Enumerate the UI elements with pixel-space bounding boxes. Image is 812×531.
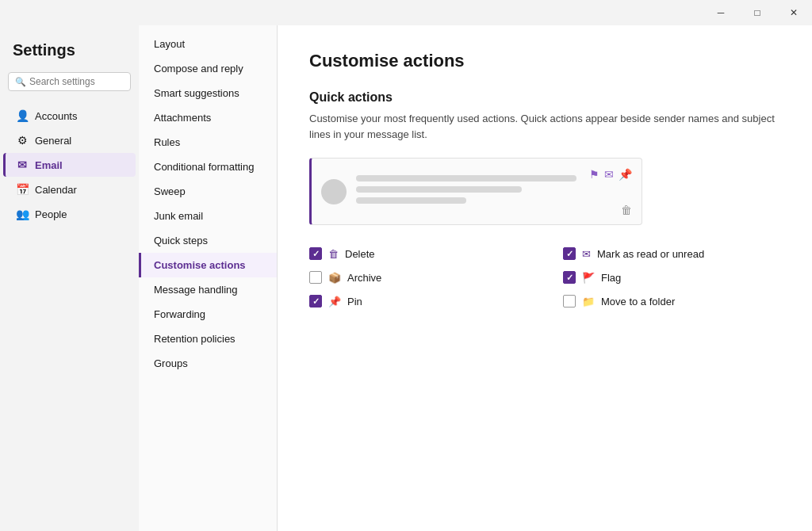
- action-label-pin: Pin: [347, 296, 362, 308]
- preview-mail-icon: ✉: [604, 168, 614, 181]
- sidebar-item-label-people: People: [35, 208, 67, 220]
- minimize-button[interactable]: ─: [703, 0, 739, 25]
- app-container: Settings 🔍 👤 Accounts ⚙ General ✉ Email …: [0, 25, 812, 531]
- sidebar-item-label-general: General: [35, 135, 71, 147]
- sidebar-item-label-calendar: Calendar: [35, 184, 77, 196]
- sidebar-item-general[interactable]: ⚙ General: [3, 128, 136, 152]
- general-icon: ⚙: [16, 134, 29, 147]
- calendar-icon: 📅: [16, 183, 29, 196]
- archive-icon: 📦: [328, 272, 341, 284]
- titlebar: ─ □ ✕: [0, 0, 812, 25]
- sidebar-nav: 👤 Accounts ⚙ General ✉ Email 📅 Calendar …: [0, 104, 139, 226]
- sidebar-item-people[interactable]: 👥 People: [3, 202, 136, 226]
- action-item-flag: 🚩 Flag: [563, 271, 769, 284]
- checkbox-delete[interactable]: [309, 247, 322, 260]
- mid-nav-item-conditional-formatting[interactable]: Conditional formatting: [139, 155, 277, 179]
- action-label-move-to-folder: Move to a folder: [601, 296, 675, 308]
- pin-icon: 📌: [328, 296, 341, 308]
- action-label-archive: Archive: [347, 272, 381, 284]
- section-desc: Customise your most frequently used acti…: [309, 111, 780, 142]
- checkbox-mark-read-unread[interactable]: [563, 247, 576, 260]
- action-item-mark-read-unread: ✉ Mark as read or unread: [563, 247, 769, 260]
- action-item-archive: 📦 Archive: [309, 271, 515, 284]
- checkbox-flag[interactable]: [563, 271, 576, 284]
- mid-nav: LayoutCompose and replySmart suggestions…: [139, 25, 278, 531]
- action-label-mark-read-unread: Mark as read or unread: [597, 248, 704, 260]
- sidebar-item-email[interactable]: ✉ Email: [3, 153, 136, 177]
- actions-grid: 🗑 Delete ✉ Mark as read or unread 📦 Arch…: [309, 247, 769, 308]
- search-icon: 🔍: [15, 77, 26, 87]
- mid-nav-item-junk-email[interactable]: Junk email: [139, 204, 277, 228]
- action-item-delete: 🗑 Delete: [309, 247, 515, 260]
- preview-mockup: ⚑ ✉ 📌 🗑: [309, 158, 642, 225]
- mid-nav-item-layout[interactable]: Layout: [139, 32, 277, 56]
- move-to-folder-icon: 📁: [582, 296, 595, 308]
- settings-title: Settings: [0, 35, 139, 72]
- checkbox-move-to-folder[interactable]: [563, 295, 576, 308]
- mid-nav-item-groups[interactable]: Groups: [139, 351, 277, 376]
- mid-nav-item-customise-actions[interactable]: Customise actions: [139, 253, 277, 277]
- action-item-move-to-folder: 📁 Move to a folder: [563, 295, 769, 308]
- preview-flag-icon: ⚑: [589, 168, 599, 181]
- mid-nav-list: LayoutCompose and replySmart suggestions…: [139, 32, 277, 376]
- preview-avatar: [321, 179, 347, 204]
- content-area: Customise actions Quick actions Customis…: [278, 25, 812, 531]
- mid-nav-item-compose-reply[interactable]: Compose and reply: [139, 56, 277, 81]
- sidebar-item-accounts[interactable]: 👤 Accounts: [3, 104, 136, 128]
- mid-nav-item-message-handling[interactable]: Message handling: [139, 277, 277, 302]
- mid-nav-item-smart-suggestions[interactable]: Smart suggestions: [139, 81, 277, 105]
- mid-nav-item-sweep[interactable]: Sweep: [139, 179, 277, 204]
- maximize-button[interactable]: □: [739, 0, 776, 25]
- sidebar: Settings 🔍 👤 Accounts ⚙ General ✉ Email …: [0, 25, 139, 531]
- sidebar-item-calendar[interactable]: 📅 Calendar: [3, 178, 136, 201]
- content-title: Customise actions: [309, 51, 780, 71]
- delete-icon: 🗑: [328, 248, 339, 260]
- close-button[interactable]: ✕: [776, 0, 812, 25]
- search-box[interactable]: 🔍: [8, 72, 131, 91]
- preview-trash-icon: 🗑: [621, 204, 632, 216]
- people-icon: 👥: [16, 208, 29, 220]
- preview-pin-icon: 📌: [619, 168, 632, 181]
- action-label-flag: Flag: [601, 272, 621, 284]
- accounts-icon: 👤: [16, 109, 29, 122]
- mark-read-unread-icon: ✉: [582, 248, 591, 260]
- mid-nav-item-attachments[interactable]: Attachments: [139, 105, 277, 130]
- section-title: Quick actions: [309, 90, 780, 105]
- checkbox-pin[interactable]: [309, 295, 322, 308]
- sidebar-item-label-email: Email: [35, 159, 63, 171]
- email-icon: ✉: [16, 159, 29, 171]
- search-input[interactable]: [29, 76, 124, 87]
- mid-nav-item-rules[interactable]: Rules: [139, 130, 277, 155]
- preview-action-icons: ⚑ ✉ 📌: [589, 168, 632, 181]
- sidebar-item-label-accounts: Accounts: [35, 110, 77, 122]
- flag-icon: 🚩: [582, 272, 595, 284]
- preview-line-2: [356, 186, 522, 193]
- action-item-pin: 📌 Pin: [309, 295, 515, 308]
- mid-nav-item-quick-steps[interactable]: Quick steps: [139, 228, 277, 253]
- action-label-delete: Delete: [345, 248, 375, 260]
- mid-nav-item-retention-policies[interactable]: Retention policies: [139, 327, 277, 351]
- preview-line-3: [356, 197, 466, 204]
- checkbox-archive[interactable]: [309, 271, 322, 284]
- mid-nav-item-forwarding[interactable]: Forwarding: [139, 302, 277, 327]
- preview-line-1: [356, 175, 576, 181]
